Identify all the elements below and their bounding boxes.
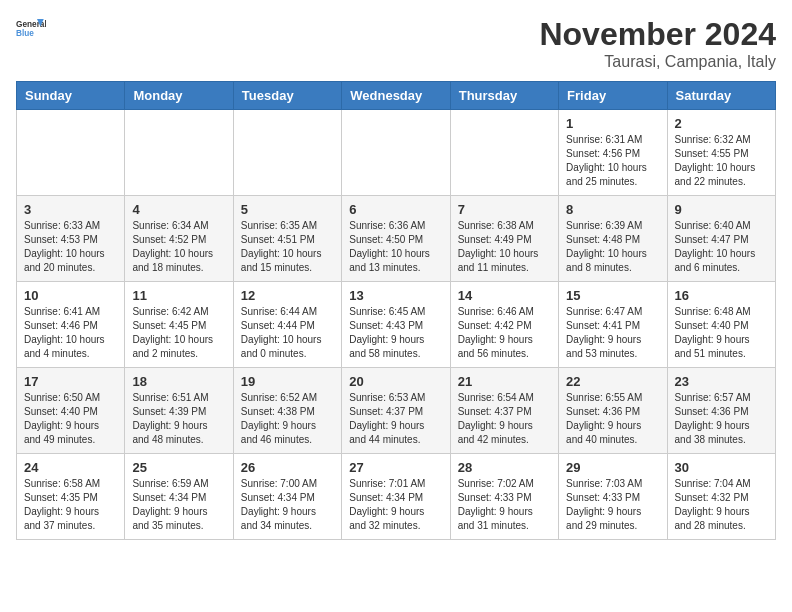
calendar-cell: 26Sunrise: 7:00 AM Sunset: 4:34 PM Dayli… <box>233 454 341 540</box>
day-info: Sunrise: 6:32 AM Sunset: 4:55 PM Dayligh… <box>675 133 768 189</box>
day-number: 25 <box>132 460 225 475</box>
day-number: 5 <box>241 202 334 217</box>
calendar-week-row: 3Sunrise: 6:33 AM Sunset: 4:53 PM Daylig… <box>17 196 776 282</box>
day-info: Sunrise: 6:52 AM Sunset: 4:38 PM Dayligh… <box>241 391 334 447</box>
day-info: Sunrise: 6:33 AM Sunset: 4:53 PM Dayligh… <box>24 219 117 275</box>
day-info: Sunrise: 6:31 AM Sunset: 4:56 PM Dayligh… <box>566 133 659 189</box>
title-block: November 2024 Taurasi, Campania, Italy <box>539 16 776 71</box>
day-info: Sunrise: 6:58 AM Sunset: 4:35 PM Dayligh… <box>24 477 117 533</box>
calendar-cell: 13Sunrise: 6:45 AM Sunset: 4:43 PM Dayli… <box>342 282 450 368</box>
calendar-cell: 7Sunrise: 6:38 AM Sunset: 4:49 PM Daylig… <box>450 196 558 282</box>
day-info: Sunrise: 7:04 AM Sunset: 4:32 PM Dayligh… <box>675 477 768 533</box>
day-info: Sunrise: 6:51 AM Sunset: 4:39 PM Dayligh… <box>132 391 225 447</box>
day-info: Sunrise: 6:44 AM Sunset: 4:44 PM Dayligh… <box>241 305 334 361</box>
svg-text:Blue: Blue <box>16 29 34 38</box>
page-header: GeneralBlue November 2024 Taurasi, Campa… <box>16 16 776 71</box>
calendar-cell: 4Sunrise: 6:34 AM Sunset: 4:52 PM Daylig… <box>125 196 233 282</box>
calendar-cell: 28Sunrise: 7:02 AM Sunset: 4:33 PM Dayli… <box>450 454 558 540</box>
calendar-week-row: 1Sunrise: 6:31 AM Sunset: 4:56 PM Daylig… <box>17 110 776 196</box>
calendar-cell <box>233 110 341 196</box>
weekday-header-thursday: Thursday <box>450 82 558 110</box>
day-number: 4 <box>132 202 225 217</box>
calendar-cell <box>450 110 558 196</box>
day-number: 16 <box>675 288 768 303</box>
calendar-cell: 19Sunrise: 6:52 AM Sunset: 4:38 PM Dayli… <box>233 368 341 454</box>
day-number: 23 <box>675 374 768 389</box>
day-info: Sunrise: 6:39 AM Sunset: 4:48 PM Dayligh… <box>566 219 659 275</box>
day-number: 7 <box>458 202 551 217</box>
day-number: 22 <box>566 374 659 389</box>
day-info: Sunrise: 7:01 AM Sunset: 4:34 PM Dayligh… <box>349 477 442 533</box>
day-number: 11 <box>132 288 225 303</box>
calendar-cell <box>17 110 125 196</box>
day-info: Sunrise: 6:46 AM Sunset: 4:42 PM Dayligh… <box>458 305 551 361</box>
day-info: Sunrise: 6:41 AM Sunset: 4:46 PM Dayligh… <box>24 305 117 361</box>
logo-icon: GeneralBlue <box>16 16 46 46</box>
calendar-week-row: 17Sunrise: 6:50 AM Sunset: 4:40 PM Dayli… <box>17 368 776 454</box>
day-number: 28 <box>458 460 551 475</box>
day-number: 9 <box>675 202 768 217</box>
calendar-table: SundayMondayTuesdayWednesdayThursdayFrid… <box>16 81 776 540</box>
calendar-cell: 15Sunrise: 6:47 AM Sunset: 4:41 PM Dayli… <box>559 282 667 368</box>
day-info: Sunrise: 6:48 AM Sunset: 4:40 PM Dayligh… <box>675 305 768 361</box>
calendar-cell: 25Sunrise: 6:59 AM Sunset: 4:34 PM Dayli… <box>125 454 233 540</box>
calendar-cell: 21Sunrise: 6:54 AM Sunset: 4:37 PM Dayli… <box>450 368 558 454</box>
weekday-header-sunday: Sunday <box>17 82 125 110</box>
day-info: Sunrise: 7:03 AM Sunset: 4:33 PM Dayligh… <box>566 477 659 533</box>
calendar-cell: 29Sunrise: 7:03 AM Sunset: 4:33 PM Dayli… <box>559 454 667 540</box>
day-info: Sunrise: 6:36 AM Sunset: 4:50 PM Dayligh… <box>349 219 442 275</box>
day-info: Sunrise: 6:53 AM Sunset: 4:37 PM Dayligh… <box>349 391 442 447</box>
day-number: 17 <box>24 374 117 389</box>
weekday-header-friday: Friday <box>559 82 667 110</box>
day-info: Sunrise: 7:02 AM Sunset: 4:33 PM Dayligh… <box>458 477 551 533</box>
day-number: 15 <box>566 288 659 303</box>
calendar-cell: 27Sunrise: 7:01 AM Sunset: 4:34 PM Dayli… <box>342 454 450 540</box>
day-info: Sunrise: 6:35 AM Sunset: 4:51 PM Dayligh… <box>241 219 334 275</box>
day-number: 30 <box>675 460 768 475</box>
calendar-cell: 22Sunrise: 6:55 AM Sunset: 4:36 PM Dayli… <box>559 368 667 454</box>
calendar-cell: 5Sunrise: 6:35 AM Sunset: 4:51 PM Daylig… <box>233 196 341 282</box>
day-info: Sunrise: 6:38 AM Sunset: 4:49 PM Dayligh… <box>458 219 551 275</box>
calendar-cell <box>125 110 233 196</box>
calendar-cell: 9Sunrise: 6:40 AM Sunset: 4:47 PM Daylig… <box>667 196 775 282</box>
day-number: 18 <box>132 374 225 389</box>
day-number: 10 <box>24 288 117 303</box>
day-number: 12 <box>241 288 334 303</box>
calendar-title: November 2024 <box>539 16 776 53</box>
calendar-cell: 11Sunrise: 6:42 AM Sunset: 4:45 PM Dayli… <box>125 282 233 368</box>
day-info: Sunrise: 6:34 AM Sunset: 4:52 PM Dayligh… <box>132 219 225 275</box>
day-number: 8 <box>566 202 659 217</box>
day-info: Sunrise: 7:00 AM Sunset: 4:34 PM Dayligh… <box>241 477 334 533</box>
day-number: 2 <box>675 116 768 131</box>
calendar-cell: 17Sunrise: 6:50 AM Sunset: 4:40 PM Dayli… <box>17 368 125 454</box>
calendar-cell: 18Sunrise: 6:51 AM Sunset: 4:39 PM Dayli… <box>125 368 233 454</box>
weekday-header-row: SundayMondayTuesdayWednesdayThursdayFrid… <box>17 82 776 110</box>
day-info: Sunrise: 6:40 AM Sunset: 4:47 PM Dayligh… <box>675 219 768 275</box>
logo: GeneralBlue <box>16 16 46 46</box>
calendar-location: Taurasi, Campania, Italy <box>539 53 776 71</box>
weekday-header-saturday: Saturday <box>667 82 775 110</box>
day-info: Sunrise: 6:55 AM Sunset: 4:36 PM Dayligh… <box>566 391 659 447</box>
calendar-cell: 3Sunrise: 6:33 AM Sunset: 4:53 PM Daylig… <box>17 196 125 282</box>
calendar-cell: 30Sunrise: 7:04 AM Sunset: 4:32 PM Dayli… <box>667 454 775 540</box>
calendar-cell: 14Sunrise: 6:46 AM Sunset: 4:42 PM Dayli… <box>450 282 558 368</box>
day-info: Sunrise: 6:54 AM Sunset: 4:37 PM Dayligh… <box>458 391 551 447</box>
calendar-cell <box>342 110 450 196</box>
day-number: 27 <box>349 460 442 475</box>
day-info: Sunrise: 6:45 AM Sunset: 4:43 PM Dayligh… <box>349 305 442 361</box>
calendar-cell: 24Sunrise: 6:58 AM Sunset: 4:35 PM Dayli… <box>17 454 125 540</box>
day-number: 24 <box>24 460 117 475</box>
day-number: 14 <box>458 288 551 303</box>
calendar-cell: 6Sunrise: 6:36 AM Sunset: 4:50 PM Daylig… <box>342 196 450 282</box>
day-number: 3 <box>24 202 117 217</box>
day-number: 21 <box>458 374 551 389</box>
weekday-header-tuesday: Tuesday <box>233 82 341 110</box>
day-info: Sunrise: 6:57 AM Sunset: 4:36 PM Dayligh… <box>675 391 768 447</box>
calendar-cell: 8Sunrise: 6:39 AM Sunset: 4:48 PM Daylig… <box>559 196 667 282</box>
calendar-week-row: 10Sunrise: 6:41 AM Sunset: 4:46 PM Dayli… <box>17 282 776 368</box>
day-number: 1 <box>566 116 659 131</box>
day-info: Sunrise: 6:42 AM Sunset: 4:45 PM Dayligh… <box>132 305 225 361</box>
day-number: 19 <box>241 374 334 389</box>
day-info: Sunrise: 6:59 AM Sunset: 4:34 PM Dayligh… <box>132 477 225 533</box>
calendar-week-row: 24Sunrise: 6:58 AM Sunset: 4:35 PM Dayli… <box>17 454 776 540</box>
